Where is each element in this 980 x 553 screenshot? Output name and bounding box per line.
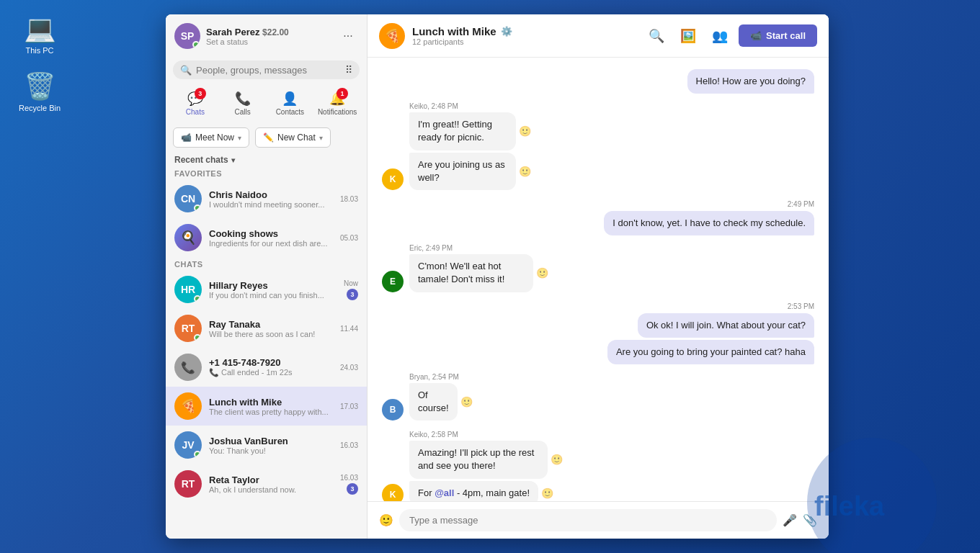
tab-calls[interactable]: 📞 Calls xyxy=(219,86,267,120)
chat-item-joshua[interactable]: JV Joshua VanBuren You: Thank you! 16.03 xyxy=(166,426,367,464)
sender-avatar-bryan: B xyxy=(382,399,404,421)
message-group-5: 2:53 PM Ok ok! I will join. What about y… xyxy=(382,302,814,364)
chat-item-hillary[interactable]: HR Hillary Reyes If you don't mind can y… xyxy=(166,270,367,309)
desktop-icon-recycle[interactable]: 🗑️ Recycle Bin xyxy=(14,72,65,112)
message-group-2: K Keiko, 2:48 PM I'm great!! Getting rea… xyxy=(382,102,814,192)
emoji-reaction[interactable]: 🙂 xyxy=(460,396,473,408)
message-bubble: I'm great!! Getting ready for picnic. xyxy=(409,112,516,150)
app-window: SP Sarah Perez $22.00 Set a status ··· 🔍… xyxy=(166,14,829,539)
message-group-6: B Bryan, 2:54 PM Of course! 🙂 xyxy=(382,373,814,422)
dialpad-icon[interactable]: ⠿ xyxy=(345,64,352,76)
emoji-reaction[interactable]: 🙂 xyxy=(541,487,553,499)
chat-meta-chris: 18.03 xyxy=(340,195,358,203)
recent-chats-header[interactable]: Recent chats ▾ xyxy=(166,152,367,166)
message-bubble: For @all - 4pm, main gate! xyxy=(409,481,538,501)
chat-meta-ray: 11.44 xyxy=(340,325,358,333)
attachment-button[interactable]: 📎 xyxy=(803,513,817,527)
chat-header-avatar: 🍕 xyxy=(379,23,405,49)
message-group-3: 2:49 PM I don't know, yet. I have to che… xyxy=(382,200,814,235)
gallery-button[interactable]: 🖼️ xyxy=(675,23,701,49)
avatar-lunch-mike: 🍕 xyxy=(174,392,202,420)
voice-input-button[interactable]: 🎤 xyxy=(783,513,797,527)
message-bubble: Hello! How are you doing? xyxy=(687,69,814,94)
message-bubble: I don't know, yet. I have to check my sc… xyxy=(604,211,814,235)
call-icon: 📹 xyxy=(750,30,762,41)
user-header: SP Sarah Perez $22.00 Set a status ··· xyxy=(166,14,367,56)
chat-meta-cooking: 05.03 xyxy=(340,234,358,242)
participants-button[interactable]: 👥 xyxy=(707,23,733,49)
user-info: Sarah Perez $22.00 Set a status xyxy=(206,27,338,46)
emoji-picker-button[interactable]: 🙂 xyxy=(379,513,393,527)
nav-tabs: 💬 3 Chats 📞 Calls 👤 Contacts 🔔 1 Notific… xyxy=(166,84,367,123)
chat-header: 🍕 Lunch with Mike ⚙️ 12 participants 🔍 🖼… xyxy=(368,14,829,58)
chat-item-phone[interactable]: 📞 +1 415-748-7920 📞 Call ended - 1m 22s … xyxy=(166,348,367,387)
message-bubble: Of course! xyxy=(409,383,458,421)
messages-area: Hello! How are you doing? K Keiko, 2:48 … xyxy=(368,58,829,501)
chat-item-lunch-mike[interactable]: 🍕 Lunch with Mike The client was pretty … xyxy=(166,387,367,426)
chat-meta-lunch-mike: 17.03 xyxy=(340,403,358,410)
message-input-wrap xyxy=(399,509,777,531)
search-messages-button[interactable]: 🔍 xyxy=(643,23,669,49)
emoji-reaction[interactable]: 🙂 xyxy=(551,454,563,465)
search-input-wrap: 🔍 ⠿ xyxy=(173,60,360,79)
chat-panel: 🍕 Lunch with Mike ⚙️ 12 participants 🔍 🖼… xyxy=(368,14,829,539)
message-bubble: Ok ok! I will join. What about your cat? xyxy=(638,313,814,338)
fileka-watermark: fileka xyxy=(814,483,958,531)
sender-avatar-keiko: K xyxy=(382,168,404,190)
more-button[interactable]: ··· xyxy=(338,26,358,46)
message-bubble: Are you joining us as well? xyxy=(409,153,516,190)
chat-meta-phone: 24.03 xyxy=(340,364,358,372)
avatar-reta: RT xyxy=(174,470,202,498)
emoji-reaction[interactable]: 🙂 xyxy=(536,267,548,279)
chat-info-lunch-mike: Lunch with Mike The client was pretty ha… xyxy=(209,397,340,416)
message-group-1: Hello! How are you doing? xyxy=(382,69,814,94)
message-input[interactable] xyxy=(409,515,767,526)
action-buttons: 📹 Meet Now ▾ ✏️ New Chat ▾ xyxy=(166,123,367,152)
message-bubble: Amazing! I'll pick up the rest and see y… xyxy=(409,441,548,478)
message-group-7: K Keiko, 2:58 PM Amazing! I'll pick up t… xyxy=(382,431,814,501)
search-icon: 🔍 xyxy=(180,65,192,76)
chat-meta-reta: 16.03 3 xyxy=(340,474,358,495)
chat-list: Favorites CN Chris Naidoo I wouldn't min… xyxy=(166,166,367,539)
emoji-reaction[interactable]: 🙂 xyxy=(519,125,531,137)
settings-icon[interactable]: ⚙️ xyxy=(501,26,512,37)
sender-avatar-eric: E xyxy=(382,271,404,292)
chat-item-cooking-shows[interactable]: 🍳 Cooking shows Ingredients for our next… xyxy=(166,218,367,257)
chat-info-cooking: Cooking shows Ingredients for our next d… xyxy=(209,228,340,248)
avatar-joshua: JV xyxy=(174,431,202,459)
message-bubble: Are you going to bring your painted cat?… xyxy=(607,340,814,364)
chats-label: Chats xyxy=(166,257,367,270)
chat-info-phone: +1 415-748-7920 📞 Call ended - 1m 22s xyxy=(209,357,340,377)
chat-header-actions: 🔍 🖼️ 👥 📹 Start call xyxy=(643,23,817,49)
chat-item-reta[interactable]: RT Reta Taylor Ah, ok I understand now. … xyxy=(166,464,367,503)
search-input[interactable] xyxy=(196,65,341,76)
search-bar: 🔍 ⠿ xyxy=(166,56,367,84)
chat-info-chris: Chris Naidoo I wouldn't mind meeting soo… xyxy=(209,189,340,209)
tab-notifications[interactable]: 🔔 1 Notifications xyxy=(313,86,361,120)
sidebar: SP Sarah Perez $22.00 Set a status ··· 🔍… xyxy=(166,14,368,539)
avatar-ray: RT xyxy=(174,315,202,342)
desktop-icon-pc[interactable]: 💻 This PC xyxy=(14,14,65,55)
emoji-reaction[interactable]: 🙂 xyxy=(519,166,531,177)
sender-avatar-keiko2: K xyxy=(382,484,404,501)
message-input-bar: 🙂 🎤 📎 xyxy=(368,501,829,539)
chat-item-ray[interactable]: RT Ray Tanaka Will be there as soon as I… xyxy=(166,309,367,348)
chat-meta-joshua: 16.03 xyxy=(340,441,358,449)
meet-now-button[interactable]: 📹 Meet Now ▾ xyxy=(173,127,249,148)
tab-chats[interactable]: 💬 3 Chats xyxy=(172,86,219,120)
chat-meta-hillary: Now 3 xyxy=(344,279,358,300)
new-chat-button[interactable]: ✏️ New Chat ▾ xyxy=(255,127,331,148)
message-bubble: C'mon! We'll eat hot tamale! Don't miss … xyxy=(409,254,533,292)
chat-info-hillary: Hillary Reyes If you don't mind can you … xyxy=(209,280,344,300)
chat-info-ray: Ray Tanaka Will be there as soon as I ca… xyxy=(209,319,340,338)
tab-contacts[interactable]: 👤 Contacts xyxy=(267,86,314,120)
chat-item-chris-naidoo[interactable]: CN Chris Naidoo I wouldn't mind meeting … xyxy=(166,179,367,218)
avatar-phone: 📞 xyxy=(174,354,202,381)
message-timestamp: 2:49 PM xyxy=(788,200,814,208)
avatar-cooking: 🍳 xyxy=(174,224,202,251)
avatar-hillary: HR xyxy=(174,276,202,303)
avatar-chris: CN xyxy=(174,185,202,212)
favorites-label: Favorites xyxy=(166,166,367,179)
status-dot-chris xyxy=(194,204,201,212)
start-call-button[interactable]: 📹 Start call xyxy=(739,24,817,47)
